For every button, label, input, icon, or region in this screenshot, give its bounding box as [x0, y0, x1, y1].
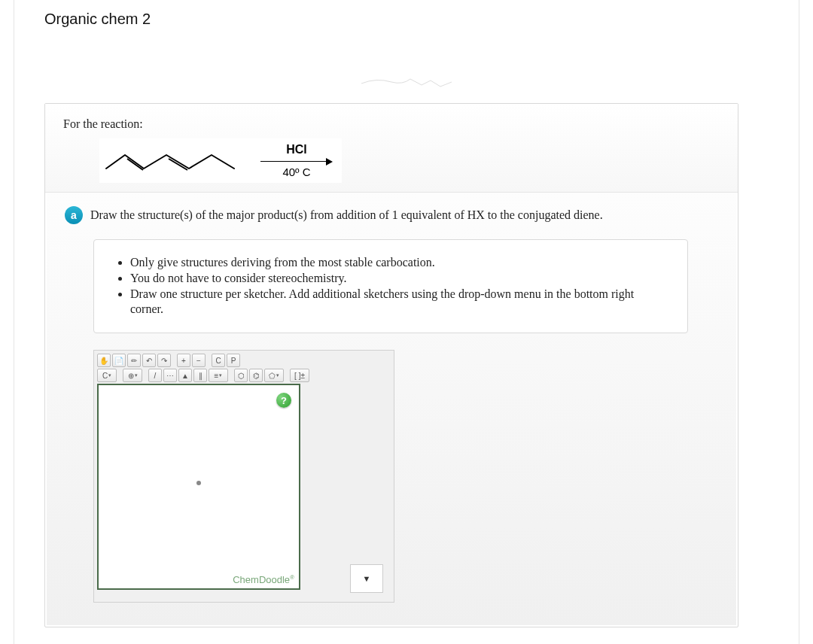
reagent-bottom: 40º C	[282, 166, 310, 178]
svg-line-1	[169, 159, 187, 170]
erase-icon[interactable]: ✏	[127, 354, 141, 367]
open-icon[interactable]: 📄	[112, 354, 126, 367]
part-instruction: Draw the structure(s) of the major produ…	[90, 208, 603, 222]
hand-tool-icon[interactable]: ✋	[97, 354, 111, 367]
hexagon-ring-icon[interactable]: ⬡	[234, 369, 248, 382]
charge-picker[interactable]: ⊕	[123, 369, 142, 382]
reaction-scheme: HCl 40º C	[99, 138, 342, 183]
zoom-in-icon[interactable]: +	[177, 354, 190, 367]
reaction-header: For the reaction: HCl 40º C	[45, 104, 738, 193]
single-bond-icon[interactable]: /	[148, 369, 162, 382]
dotted-bond-icon[interactable]: ⋯	[163, 369, 177, 382]
chemdoodle-brand: ChemDoodle®	[233, 574, 294, 585]
part-a-body: a Draw the structure(s) of the major pro…	[47, 193, 736, 625]
undo-icon[interactable]: ↶	[142, 354, 156, 367]
question-card: For the reaction: HCl 40º C a Draw the s…	[44, 103, 738, 627]
reagent-top: HCl	[286, 143, 307, 156]
svg-line-0	[127, 159, 143, 170]
hint-item: Draw one structure per sketcher. Add add…	[130, 287, 668, 318]
toolbar-row-2: C ⊕ / ⋯ ▲ ∥ ≡ ⬡ ⌬ ⬠ [ ]±	[97, 369, 391, 382]
diene-structure	[102, 146, 238, 176]
add-sketcher-dropdown[interactable]: ▼	[350, 564, 383, 593]
part-badge: a	[65, 206, 83, 224]
copy-icon[interactable]: C	[212, 354, 225, 367]
paste-icon[interactable]: P	[227, 354, 240, 367]
sketch-canvas[interactable]: ? ChemDoodle®	[97, 384, 300, 590]
hint-item: Only give structures deriving from the m…	[130, 255, 668, 271]
zoom-out-icon[interactable]: −	[192, 354, 206, 367]
pentagon-ring-icon[interactable]: ⬠	[264, 369, 284, 382]
double-bond-icon[interactable]: ∥	[193, 369, 207, 382]
page-tear-decoration	[361, 70, 452, 93]
hint-item: You do not have to consider stereochemis…	[130, 271, 668, 287]
brackets-tool[interactable]: [ ]±	[290, 369, 309, 382]
reaction-prompt: For the reaction:	[63, 117, 720, 131]
help-icon[interactable]: ?	[276, 393, 291, 408]
page-title: Organic chem 2	[44, 0, 769, 28]
redo-icon[interactable]: ↷	[157, 354, 171, 367]
wedge-bond-icon[interactable]: ▲	[178, 369, 192, 382]
reaction-arrow: HCl 40º C	[260, 143, 333, 178]
triple-bond-icon[interactable]: ≡	[209, 369, 228, 382]
toolbar-row-1: ✋ 📄 ✏ ↶ ↷ + − C P	[97, 354, 391, 367]
chem-sketcher: ✋ 📄 ✏ ↶ ↷ + − C P C ⊕ /	[93, 350, 394, 603]
hints-box: Only give structures deriving from the m…	[93, 239, 688, 333]
atom-picker[interactable]: C	[97, 369, 117, 382]
benzene-ring-icon[interactable]: ⌬	[249, 369, 263, 382]
canvas-center-dot	[196, 481, 201, 485]
